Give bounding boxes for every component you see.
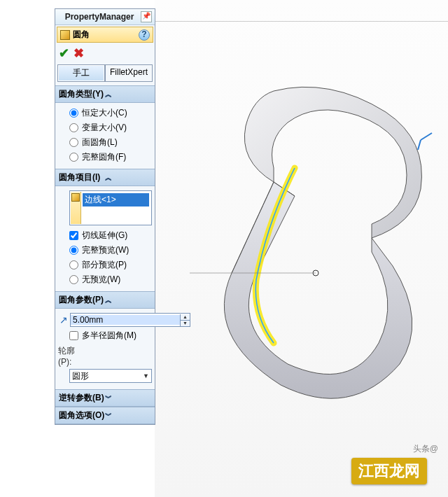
watermark: 江西龙网: [351, 458, 427, 484]
model-view[interactable]: [190, 84, 435, 413]
chevron-down-icon: ︾: [105, 393, 151, 403]
section-items-header[interactable]: 圆角项目(I) ︽: [55, 169, 155, 186]
ok-button[interactable]: ✔: [59, 46, 69, 61]
radio-full-round[interactable]: 完整圆角(F): [57, 150, 153, 164]
radio-partial-preview[interactable]: 部分预览(P): [57, 258, 153, 272]
pm-title-text: PropertyManager: [58, 12, 141, 22]
property-manager-panel: PropertyManager 📌 圆角 ? ✔ ✖ 手工 FilletXper…: [55, 8, 155, 425]
radio-full-preview[interactable]: 完整预览(W): [57, 243, 153, 258]
cancel-button[interactable]: ✖: [74, 48, 84, 58]
feature-titlebar: 圆角 ?: [57, 27, 153, 43]
credit-text: 头条@: [413, 443, 438, 455]
feature-title: 圆角: [73, 29, 139, 41]
radio-face-fillet[interactable]: 面圆角(L): [57, 135, 153, 150]
spin-up-button[interactable]: ▲: [180, 314, 190, 321]
selection-list[interactable]: 边线<1>: [69, 190, 152, 225]
radius-icon: ↗: [59, 314, 68, 326]
section-fillet-type-header[interactable]: 圆角类型(Y) ︽: [55, 85, 155, 103]
chevron-down-icon: ▼: [143, 372, 149, 379]
chevron-up-icon: ︽: [105, 173, 151, 183]
chevron-up-icon: ︽: [105, 90, 151, 99]
selection-filter-icon: [71, 192, 81, 224]
fillet-icon: [60, 30, 70, 40]
pin-icon[interactable]: 📌: [141, 11, 152, 22]
pm-titlebar: PropertyManager 📌: [55, 9, 155, 25]
profile-label: 轮廓(P):: [58, 345, 79, 367]
svg-line-1: [421, 133, 432, 140]
help-icon[interactable]: ?: [139, 29, 150, 41]
chevron-up-icon: ︽: [105, 295, 151, 305]
mode-manual-tab[interactable]: 手工: [57, 64, 105, 82]
check-tangent-prop[interactable]: 切线延伸(G): [57, 228, 153, 243]
svg-line-2: [418, 140, 421, 150]
section-setback-header[interactable]: 逆转参数(B) ︾: [55, 389, 155, 407]
radio-constant-size[interactable]: 恒定大小(C): [57, 106, 153, 120]
profile-select[interactable]: 圆形▼: [69, 369, 152, 383]
spin-down-button[interactable]: ▼: [180, 321, 190, 326]
radio-no-preview[interactable]: 无预览(W): [57, 272, 153, 287]
section-params-header[interactable]: 圆角参数(P) ︽: [55, 291, 155, 309]
radius-input[interactable]: ▲ ▼: [70, 313, 190, 327]
chevron-down-icon: ︾: [105, 411, 151, 421]
check-multi-radius[interactable]: 多半径圆角(M): [57, 328, 153, 343]
radio-variable-size[interactable]: 变量大小(V): [57, 120, 153, 135]
section-options-header[interactable]: 圆角选项(O) ︾: [55, 407, 155, 424]
selection-item[interactable]: 边线<1>: [83, 193, 149, 206]
mode-filletxpert-tab[interactable]: FilletXpert: [105, 64, 153, 82]
